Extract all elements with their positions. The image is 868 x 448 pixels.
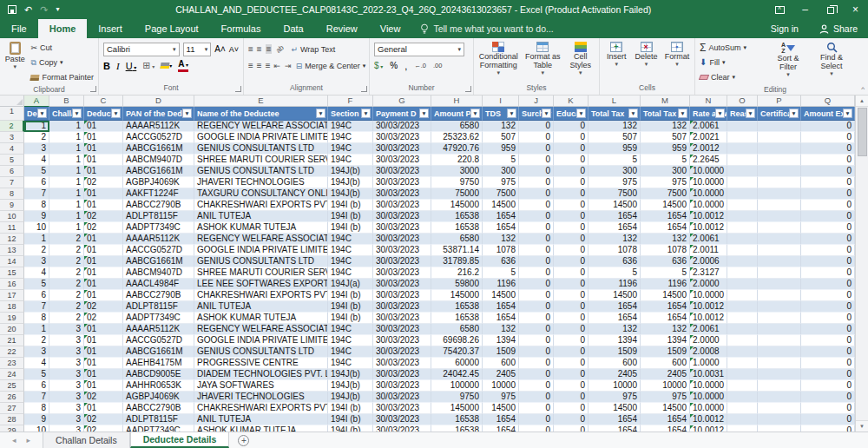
row-header-18[interactable]: 18	[0, 301, 24, 313]
row-header-24[interactable]: 24	[0, 369, 24, 380]
cell-D29[interactable]: AADPT7349C	[123, 425, 194, 432]
cell-I15[interactable]: 5	[483, 267, 519, 279]
cell-J24[interactable]: 0	[519, 369, 554, 380]
column-header-O[interactable]: O	[727, 96, 758, 107]
cell-G12[interactable]: 30/03/2023	[373, 234, 431, 245]
cell-J9[interactable]: 0	[519, 200, 554, 211]
cell-B2[interactable]: 1	[49, 121, 84, 132]
cell-N16[interactable]: 2.0000	[690, 279, 727, 290]
comma-style-icon[interactable]: ,	[404, 61, 407, 71]
cell-C9[interactable]: 01	[84, 200, 123, 211]
cell-E2[interactable]: REGENCY WELFARE ASSOCIATION	[194, 121, 328, 132]
cell-H13[interactable]: 53871.14	[431, 245, 483, 256]
scroll-up-icon[interactable]: ▲	[856, 96, 868, 107]
filter-dropdown-icon[interactable]: ▼	[542, 109, 551, 118]
cell-Q11[interactable]: 0	[801, 222, 855, 234]
cell-I25[interactable]: 10000	[483, 380, 519, 392]
cell-H20[interactable]: 6580	[431, 324, 483, 335]
cell-Q4[interactable]: 0	[801, 143, 855, 155]
save-icon[interactable]	[8, 5, 16, 14]
format-as-table-button[interactable]: Format as Table▾	[524, 41, 562, 82]
tab-formulas[interactable]: Formulas	[210, 19, 273, 38]
cell-F11[interactable]: 194I (b)	[328, 222, 373, 234]
row-header-9[interactable]: 9	[0, 200, 24, 211]
cell-M22[interactable]: 1509	[641, 346, 690, 358]
cell-O17[interactable]	[727, 290, 758, 301]
cell-P21[interactable]	[758, 335, 801, 346]
cell-J18[interactable]: 0	[519, 301, 554, 313]
cell-J6[interactable]: 0	[519, 166, 554, 177]
cell-K19[interactable]: 0	[554, 313, 589, 324]
cell-E27[interactable]: CHAKRESHWARI EXPORTS PVT. LTD.	[194, 403, 328, 414]
filter-header-Q[interactable]: Amount Ex▼	[801, 107, 855, 121]
row-header-6[interactable]: 6	[0, 166, 24, 177]
cell-F29[interactable]: 194I (b)	[328, 425, 373, 432]
cell-M28[interactable]: 1654	[641, 414, 690, 425]
italic-button[interactable]: I	[116, 61, 120, 71]
cell-E11[interactable]: ASHOK KUMAR TUTEJA	[194, 222, 328, 234]
cell-G24[interactable]: 30/03/2023	[373, 369, 431, 380]
vertical-scrollbar[interactable]: ▲ ▼	[855, 96, 868, 432]
row-header-21[interactable]: 21	[0, 335, 24, 346]
cell-J29[interactable]: 0	[519, 425, 554, 432]
cell-M10[interactable]: 1654	[641, 211, 690, 222]
cell-E19[interactable]: ASHOK KUMAR TUTEJA	[194, 313, 328, 324]
cell-L13[interactable]: 1078	[589, 245, 641, 256]
cell-Q27[interactable]: 0	[801, 403, 855, 414]
cell-A20[interactable]: 1	[24, 324, 49, 335]
cell-F28[interactable]: 194I (b)	[328, 414, 373, 425]
cell-Q6[interactable]: 0	[801, 166, 855, 177]
cell-A17[interactable]: 6	[24, 290, 49, 301]
cell-A9[interactable]: 8	[24, 200, 49, 211]
cell-N7[interactable]: 10.0000	[690, 177, 727, 188]
cell-D20[interactable]: AAAAR5112K	[123, 324, 194, 335]
row-header-14[interactable]: 14	[0, 256, 24, 267]
select-all-corner[interactable]	[0, 96, 24, 107]
cell-K25[interactable]: 0	[554, 380, 589, 392]
cell-C17[interactable]: 01	[84, 290, 123, 301]
filter-header-O[interactable]: Reaso▼	[727, 107, 758, 121]
restore-button[interactable]	[818, 0, 843, 19]
cell-H3[interactable]: 25323.62	[431, 132, 483, 143]
cell-J10[interactable]: 0	[519, 211, 554, 222]
cell-I5[interactable]: 5	[483, 155, 519, 166]
cell-K23[interactable]: 0	[554, 358, 589, 369]
cell-M13[interactable]: 1078	[641, 245, 690, 256]
filter-header-F[interactable]: Section C▼	[328, 107, 373, 121]
cell-H15[interactable]: 216.2	[431, 267, 483, 279]
cell-K12[interactable]: 0	[554, 234, 589, 245]
clear-button[interactable]: Clear▾	[700, 70, 764, 84]
cell-J25[interactable]: 0	[519, 380, 554, 392]
fill-color-icon[interactable]: ▾	[161, 63, 172, 69]
ribbon-display-options-icon[interactable]	[767, 0, 792, 19]
cell-P4[interactable]	[758, 143, 801, 155]
cell-J19[interactable]: 0	[519, 313, 554, 324]
cell-I8[interactable]: 7500	[483, 188, 519, 200]
cell-B15[interactable]: 2	[49, 267, 84, 279]
cell-Q3[interactable]: 0	[801, 132, 855, 143]
cell-H25[interactable]: 100000	[431, 380, 483, 392]
cell-P9[interactable]	[758, 200, 801, 211]
cell-M26[interactable]: 975	[641, 392, 690, 403]
cell-O25[interactable]	[727, 380, 758, 392]
cell-L2[interactable]: 132	[589, 121, 641, 132]
share-button[interactable]: Share	[809, 19, 868, 38]
cell-A29[interactable]: 10	[24, 425, 49, 432]
cell-N25[interactable]: 10.0000	[690, 380, 727, 392]
filter-dropdown-icon[interactable]: ▼	[72, 109, 82, 118]
cell-P26[interactable]	[758, 392, 801, 403]
cell-A5[interactable]: 4	[24, 155, 49, 166]
cell-J3[interactable]: 0	[519, 132, 554, 143]
filter-header-L[interactable]: Total Tax▼	[589, 107, 641, 121]
column-header-M[interactable]: M	[641, 96, 690, 107]
cell-D8[interactable]: AAKFT1224F	[123, 188, 194, 200]
cell-N9[interactable]: 10.0000	[690, 200, 727, 211]
cell-C12[interactable]: 01	[84, 234, 123, 245]
cell-K13[interactable]: 0	[554, 245, 589, 256]
cell-H2[interactable]: 6580	[431, 121, 483, 132]
cell-N2[interactable]: 2.0061	[690, 121, 727, 132]
find-select-button[interactable]: Find & Select▾	[812, 41, 851, 84]
underline-button[interactable]: U ▾	[126, 61, 137, 71]
row-header-3[interactable]: 3	[0, 132, 24, 143]
cell-C25[interactable]: 01	[84, 380, 123, 392]
